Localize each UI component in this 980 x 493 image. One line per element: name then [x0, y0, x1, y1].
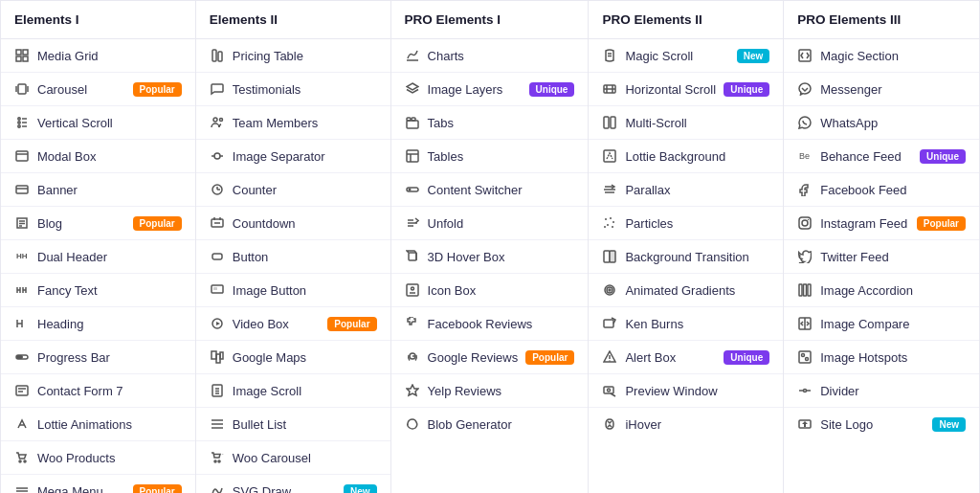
svg-rect-77 [407, 150, 418, 162]
list-item[interactable]: Fancy Text [1, 274, 195, 307]
list-item[interactable]: Counter [196, 173, 390, 207]
list-item[interactable]: Video BoxPopular [196, 307, 390, 341]
list-item[interactable]: Twitter Feed [784, 240, 979, 274]
svg-point-81 [408, 189, 411, 191]
list-item[interactable]: Countdown [196, 207, 390, 240]
item-badge: Unique [724, 82, 769, 97]
list-item[interactable]: Image Separator [196, 140, 390, 173]
item-label: Testimonials [233, 82, 377, 97]
item-label: Ken Burns [625, 317, 769, 331]
list-item[interactable]: Site LogoNew [784, 408, 979, 440]
list-item[interactable]: Instagram FeedPopular [784, 207, 979, 240]
column-elements-1: Elements IMedia GridCarouselPopularVerti… [1, 1, 196, 493]
list-item[interactable]: BeBehance FeedUnique [784, 140, 979, 173]
item-label: Site Logo [820, 417, 924, 432]
list-item[interactable]: Tables [391, 140, 589, 173]
alert-icon [602, 349, 617, 365]
list-item[interactable]: Background Transition [589, 240, 783, 274]
list-item[interactable]: Parallax [589, 173, 783, 207]
list-item[interactable]: Vertical Scroll [1, 106, 195, 140]
countdown-icon [210, 215, 225, 231]
list-item[interactable]: Magic ScrollNew [589, 39, 783, 73]
list-item[interactable]: Pricing Table [196, 39, 390, 73]
list-item[interactable]: WhatsApp [784, 106, 979, 140]
list-item[interactable]: Heading [1, 307, 195, 341]
list-item[interactable]: Testimonials [196, 73, 390, 106]
list-item[interactable]: Yelp Reviews [391, 374, 589, 408]
list-item[interactable]: Team Members [196, 106, 390, 140]
list-item[interactable]: Divider [784, 374, 979, 408]
pricing-icon [210, 48, 225, 63]
list-item[interactable]: Bullet List [196, 408, 390, 441]
list-item[interactable]: Lottie Background [589, 140, 783, 173]
list-item[interactable]: Banner [1, 173, 195, 207]
banner-icon [14, 182, 30, 197]
svg-rect-4 [18, 84, 26, 94]
list-item[interactable]: ···Woo Carousel [196, 441, 390, 475]
list-item[interactable]: Modal Box [1, 140, 195, 173]
list-item[interactable]: Image Accordion [784, 274, 979, 307]
charts-icon [405, 48, 420, 63]
list-item[interactable]: Alert BoxUnique [589, 341, 783, 374]
svg-point-116 [610, 360, 611, 361]
list-item[interactable]: Animated Gradients [589, 274, 783, 307]
svg-point-103 [605, 218, 607, 220]
list-item[interactable]: Lottie Animations [1, 408, 195, 441]
list-item[interactable]: Content Switcher [391, 173, 589, 207]
list-item[interactable]: Google ReviewsPopular [391, 341, 589, 374]
list-item[interactable]: Facebook Reviews [391, 307, 589, 341]
list-item[interactable]: Icon Box [391, 274, 589, 307]
progress-icon [14, 349, 30, 365]
list-item[interactable]: Unfold [391, 207, 589, 240]
list-item[interactable]: Mega MenuPopular [1, 475, 195, 493]
list-item[interactable]: Blob Generator [391, 408, 589, 440]
list-item[interactable]: Magic Section [784, 39, 979, 73]
list-item[interactable]: Contact Form 7 [1, 374, 195, 408]
list-item[interactable]: Multi-Scroll [589, 106, 783, 140]
particles-icon [602, 215, 617, 231]
list-item[interactable]: Button [196, 240, 390, 274]
blog-icon [14, 215, 30, 231]
list-item[interactable]: Google Maps [196, 341, 390, 374]
list-item[interactable]: Messenger [784, 73, 979, 106]
item-label: Image Button [233, 283, 377, 298]
list-item[interactable]: Image Scroll [196, 374, 390, 408]
list-item[interactable]: HHDual Header [1, 240, 195, 274]
list-item[interactable]: Progress Bar [1, 341, 195, 374]
item-label: Behance Feed [820, 149, 912, 164]
ihover-icon [602, 416, 617, 432]
list-item[interactable]: Facebook Feed [784, 173, 979, 207]
magicsection-icon [797, 48, 813, 63]
svg-point-123 [808, 219, 809, 220]
list-item[interactable]: Image LayersUnique [391, 73, 589, 106]
list-item[interactable]: Tabs [391, 106, 589, 140]
svg-point-7 [18, 118, 20, 120]
list-item[interactable]: CarouselPopular [1, 73, 195, 106]
list-item[interactable]: Image Compare [784, 307, 979, 341]
list-item[interactable]: Woo Products [1, 441, 195, 475]
item-label: Horizontal Scroll [625, 82, 716, 97]
list-item[interactable]: Ken Burns [589, 307, 783, 341]
svg-point-43 [213, 118, 217, 122]
item-label: iHover [625, 417, 769, 432]
list-item[interactable]: Preview Window [589, 374, 783, 408]
list-item[interactable]: Particles [589, 207, 783, 240]
svg-point-71 [218, 460, 220, 462]
item-label: Contact Form 7 [37, 384, 182, 398]
list-item[interactable]: iHover [589, 408, 783, 440]
list-item[interactable]: 3D Hover Box [391, 240, 589, 274]
list-item[interactable]: Media Grid [1, 39, 195, 73]
item-label: 3D Hover Box [428, 250, 575, 264]
item-label: Image Scroll [233, 384, 377, 398]
dualheader-icon: HH [14, 249, 30, 264]
list-item[interactable]: Image Button [196, 274, 390, 307]
list-item[interactable]: Horizontal ScrollUnique [589, 73, 783, 106]
list-item[interactable]: Image Hotspots [784, 341, 979, 374]
elements-grid: Elements IMedia GridCarouselPopularVerti… [0, 0, 980, 493]
item-label: Blob Generator [428, 417, 575, 432]
svg-point-44 [219, 119, 222, 122]
list-item[interactable]: Charts [391, 39, 589, 73]
svg-rect-121 [799, 217, 811, 229]
list-item[interactable]: SVG DrawNew [196, 475, 390, 493]
list-item[interactable]: BlogPopular [1, 207, 195, 240]
